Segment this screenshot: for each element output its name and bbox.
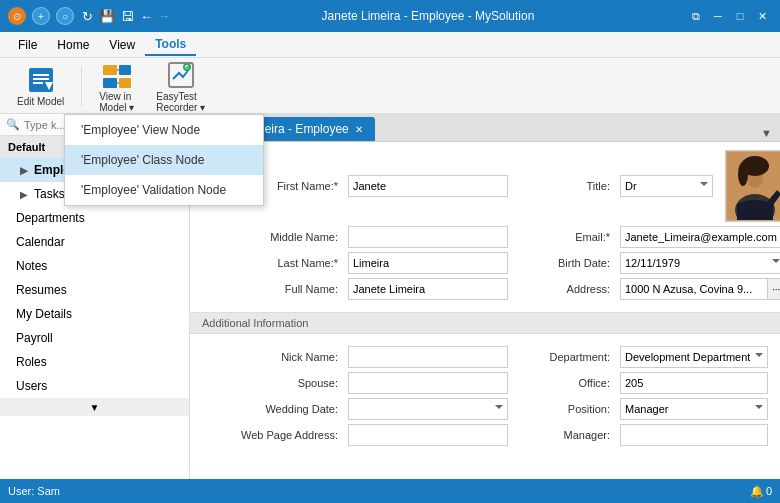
first-name-input[interactable] — [348, 175, 508, 197]
svg-rect-8 — [119, 78, 131, 88]
dropdown-item-class-node[interactable]: 'Employee' Class Node — [65, 145, 263, 175]
sidebar-scroll-down[interactable]: ▼ — [0, 398, 189, 416]
close-btn[interactable]: ✕ — [752, 6, 772, 26]
view-model-svg — [101, 59, 133, 91]
address-label: Address: — [514, 283, 614, 295]
edit-model-svg — [25, 64, 57, 96]
svg-rect-3 — [33, 82, 43, 84]
open-icon[interactable]: ○ — [56, 7, 74, 25]
manager-input[interactable] — [620, 424, 768, 446]
spouse-input[interactable] — [348, 372, 508, 394]
menu-tools[interactable]: Tools — [145, 34, 196, 56]
svg-rect-1 — [33, 74, 49, 76]
svg-rect-5 — [103, 65, 117, 75]
middle-name-label: Middle Name: — [202, 231, 342, 243]
edit-model-icon — [25, 64, 57, 96]
email-label: Email:* — [514, 231, 614, 243]
dropdown-item-view-node[interactable]: 'Employee' View Node — [65, 115, 263, 145]
birth-date-label: Birth Date: — [514, 257, 614, 269]
bell-icon: 🔔 — [750, 485, 764, 498]
easytest-recorder-label: EasyTestRecorder ▾ — [156, 91, 205, 113]
back-icon[interactable]: ← — [140, 9, 153, 24]
middle-name-input[interactable] — [348, 226, 508, 248]
birth-date-select[interactable]: 12/11/1979 — [620, 252, 780, 274]
save-icon[interactable]: 💾 — [99, 9, 115, 24]
address-ellipsis-btn[interactable]: ··· — [768, 278, 780, 300]
wedding-date-select[interactable] — [348, 398, 508, 420]
restore-btn[interactable]: ⧉ — [686, 6, 706, 26]
recorder-svg — [165, 59, 197, 91]
forward-icon[interactable]: → — [159, 10, 170, 22]
edit-model-button[interactable]: Edit Model — [8, 59, 73, 112]
manager-label: Manager: — [514, 429, 614, 441]
app-icon: ⊙ — [8, 7, 26, 25]
department-select[interactable]: Development Department — [620, 346, 768, 368]
sidebar-item-payroll[interactable]: Payroll — [0, 326, 189, 350]
form-grid-additional: Nick Name: Department: Development Depar… — [202, 346, 768, 446]
saveas-icon[interactable]: 🖫 — [121, 9, 134, 24]
tab-bar-arrow-icon[interactable]: ▼ — [757, 125, 776, 141]
tab-close-icon[interactable]: ✕ — [355, 124, 363, 135]
sidebar-item-roles[interactable]: Roles — [0, 350, 189, 374]
view-in-model-button[interactable]: View inModel ▾ — [90, 54, 143, 118]
menu-view[interactable]: View — [99, 35, 145, 55]
menu-home[interactable]: Home — [47, 35, 99, 55]
last-name-label: Last Name:* — [202, 257, 342, 269]
last-name-input[interactable] — [348, 252, 508, 274]
address-input[interactable] — [620, 278, 768, 300]
wedding-date-label: Wedding Date: — [202, 403, 342, 415]
additional-info-divider: Additional Information — [190, 312, 780, 334]
sidebar-item-departments[interactable]: Departments — [0, 206, 189, 230]
nick-name-input[interactable] — [348, 346, 508, 368]
svg-point-18 — [738, 162, 748, 186]
edit-model-label: Edit Model — [17, 96, 64, 107]
full-name-label: Full Name: — [202, 283, 342, 295]
sidebar-item-users[interactable]: Users — [0, 374, 189, 398]
form-main-section: First Name:* Title: Dr Mr Mrs — [190, 142, 780, 308]
status-notifications: 🔔 0 — [750, 485, 772, 498]
window-title: Janete Limeira - Employee - MySolution — [170, 9, 686, 23]
sidebar-group-label: Default — [8, 141, 45, 153]
toolbar-sep-1 — [81, 66, 82, 106]
dropdown-menu: 'Employee' View Node 'Employee' Class No… — [64, 114, 264, 206]
position-select[interactable]: Manager — [620, 398, 768, 420]
view-in-model-icon — [101, 59, 133, 91]
avatar-svg — [727, 152, 780, 220]
address-field-container: ··· — [620, 278, 780, 300]
sidebar-item-notes[interactable]: Notes — [0, 254, 189, 278]
easytest-recorder-button[interactable]: EasyTestRecorder ▾ — [147, 54, 214, 118]
menu-file[interactable]: File — [8, 35, 47, 55]
employee-photo — [725, 150, 780, 222]
sidebar-item-resumes[interactable]: Resumes — [0, 278, 189, 302]
sidebar-item-my-details[interactable]: My Details — [0, 302, 189, 326]
status-bar: User: Sam 🔔 0 — [0, 479, 780, 503]
department-label: Department: — [514, 351, 614, 363]
sidebar-item-calendar[interactable]: Calendar — [0, 230, 189, 254]
new-icon[interactable]: + — [32, 7, 50, 25]
maximize-btn[interactable]: □ — [730, 6, 750, 26]
webpage-input[interactable] — [348, 424, 508, 446]
office-label: Office: — [514, 377, 614, 389]
title-label: Title: — [514, 180, 614, 192]
minimize-btn[interactable]: ─ — [708, 6, 728, 26]
title-select[interactable]: Dr Mr Mrs — [620, 175, 713, 197]
tab-bar: Janete Limeira - Employee ✕ ▼ — [190, 114, 780, 142]
form-additional-section: Nick Name: Department: Development Depar… — [190, 338, 780, 454]
svg-rect-2 — [33, 78, 49, 80]
office-input[interactable] — [620, 372, 768, 394]
svg-rect-7 — [103, 78, 117, 88]
employees-arrow-icon: ▶ — [20, 165, 28, 176]
dropdown-item-validation-node[interactable]: 'Employee' Validation Node — [65, 175, 263, 205]
email-input[interactable] — [620, 226, 780, 248]
notification-count: 0 — [766, 485, 772, 497]
toolbar: Edit Model View inModel ▾ EasyTestRecor — [0, 58, 780, 114]
title-bar: ⊙ + ○ ↻ 💾 🖫 ← → Janete Limeira - Employe… — [0, 0, 780, 32]
full-name-input[interactable] — [348, 278, 508, 300]
view-in-model-label: View inModel ▾ — [99, 91, 134, 113]
form-grid-main: First Name:* Title: Dr Mr Mrs — [202, 150, 768, 300]
form-scroll: First Name:* Title: Dr Mr Mrs — [190, 142, 780, 479]
status-user: User: Sam — [8, 485, 750, 497]
spouse-label: Spouse: — [202, 377, 342, 389]
search-icon: 🔍 — [6, 118, 20, 131]
refresh-icon[interactable]: ↻ — [82, 9, 93, 24]
